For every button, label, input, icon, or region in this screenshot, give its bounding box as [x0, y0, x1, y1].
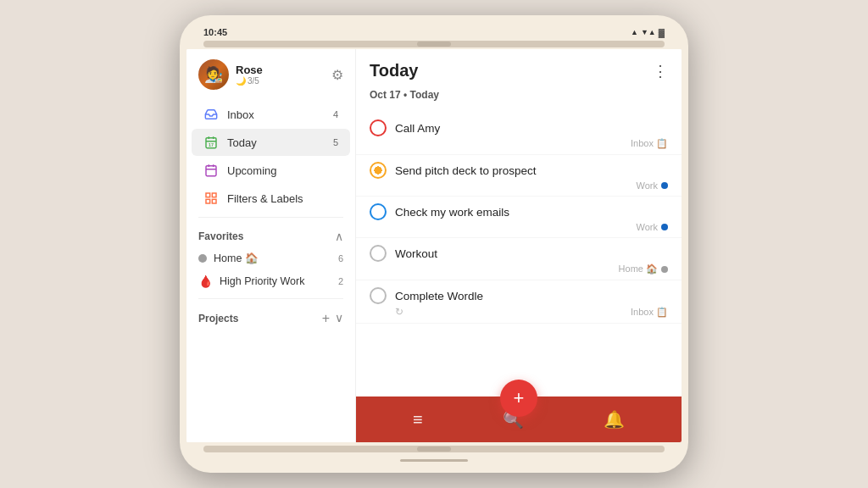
- battery-icon: ▓: [659, 28, 665, 37]
- inbox-badge: 4: [333, 109, 338, 119]
- inbox-label: Inbox: [227, 108, 325, 121]
- sidebar-item-filters[interactable]: Filters & Labels: [192, 185, 350, 212]
- task-item-wordle[interactable]: Complete Wordle ↻ Inbox 📋: [356, 280, 682, 324]
- user-karma: 🌙 3/5: [236, 76, 263, 86]
- home-label: Home 🏠: [214, 252, 331, 264]
- task-main: Send pitch deck to prospect: [370, 162, 668, 179]
- today-badge: 5: [333, 137, 338, 147]
- clock: 10:45: [203, 27, 227, 37]
- svg-rect-11: [212, 199, 216, 203]
- phone-device: 10:45 ▲ ▼▲ ▓ 🧑‍🎨 Rose 🌙 3/5: [180, 15, 688, 473]
- task-meta: Work: [370, 220, 668, 232]
- svg-rect-5: [206, 166, 216, 176]
- bell-icon[interactable]: 🔔: [604, 409, 625, 430]
- favorites-header: Favorites ∧: [186, 223, 355, 247]
- page-title: Today: [370, 61, 418, 80]
- task-circle-yellow[interactable]: [370, 162, 387, 179]
- favorites-title: Favorites: [198, 230, 243, 242]
- bottom-bar: ≡ + 🔍 🔔: [356, 396, 682, 442]
- task-item-pitch-deck[interactable]: Send pitch deck to prospect Work: [356, 155, 682, 197]
- task-tag-work1: Work: [637, 180, 658, 191]
- fav-divider: [198, 298, 343, 299]
- svg-rect-12: [206, 199, 210, 203]
- main-screen: 🧑‍🎨 Rose 🌙 3/5 ⚙: [186, 49, 682, 442]
- priority-icon: 🩸: [198, 274, 213, 288]
- plus-icon: +: [514, 387, 525, 409]
- task-main: Check my work emails: [370, 203, 668, 220]
- upcoming-label: Upcoming: [227, 164, 338, 177]
- high-priority-badge: 2: [338, 276, 343, 286]
- inbox-icon: [203, 107, 219, 122]
- right-header: Today ⋮: [356, 49, 682, 86]
- upcoming-icon: [203, 163, 219, 178]
- favorite-item-home[interactable]: Home 🏠 6: [186, 247, 355, 269]
- home-dot: [198, 254, 207, 263]
- settings-icon[interactable]: ⚙: [331, 67, 343, 83]
- svg-rect-9: [206, 193, 210, 197]
- sidebar-item-inbox[interactable]: Inbox 4: [192, 101, 350, 128]
- avatar[interactable]: 🧑‍🎨: [198, 59, 229, 90]
- sidebar-item-today[interactable]: 17 Today 5: [192, 129, 350, 156]
- hinge-bottom: [203, 446, 665, 452]
- projects-header: Projects + ∨: [186, 304, 355, 330]
- user-header: 🧑‍🎨 Rose 🌙 3/5 ⚙: [186, 49, 355, 97]
- status-icons: ▲ ▼▲ ▓: [631, 28, 665, 37]
- user-info: 🧑‍🎨 Rose 🌙 3/5: [198, 59, 263, 90]
- moon-icon: 🌙: [236, 76, 246, 86]
- menu-icon[interactable]: ≡: [413, 410, 423, 430]
- task-text-pitch: Send pitch deck to prospect: [395, 164, 537, 177]
- nav-section: Inbox 4 17 Today 5: [186, 97, 355, 442]
- task-circle-red[interactable]: [370, 119, 387, 136]
- task-item-call-amy[interactable]: Call Amy Inbox 📋: [356, 113, 682, 155]
- today-icon: 17: [203, 135, 219, 150]
- filter-icon: [203, 191, 219, 206]
- home-dot2: [661, 266, 668, 273]
- task-list: Call Amy Inbox 📋 Send pitch deck to pros…: [356, 109, 682, 396]
- task-tag-home: Home 🏠: [619, 263, 658, 274]
- task-text-emails: Check my work emails: [395, 206, 509, 219]
- svg-rect-10: [212, 193, 216, 197]
- task-meta: Work: [370, 179, 668, 191]
- task-item-workout[interactable]: Workout Home 🏠: [356, 238, 682, 280]
- add-project-icon[interactable]: +: [322, 311, 330, 326]
- user-name: Rose: [236, 64, 263, 76]
- home-indicator: [186, 454, 682, 466]
- left-panel: 🧑‍🎨 Rose 🌙 3/5 ⚙: [186, 49, 356, 442]
- task-sub-meta: ↻ Inbox 📋: [370, 304, 668, 318]
- date-label: Oct 17 • Today: [356, 86, 682, 109]
- work-dot2: [661, 224, 668, 230]
- projects-actions: + ∨: [322, 311, 343, 326]
- task-main: Complete Wordle: [370, 287, 668, 304]
- task-tag-inbox2: Inbox 📋: [631, 307, 668, 318]
- task-circle-gray2[interactable]: [370, 287, 387, 304]
- task-meta: Inbox 📋: [370, 136, 668, 149]
- chevron-down-icon[interactable]: ∨: [335, 311, 343, 326]
- home-badge: 6: [338, 253, 343, 263]
- task-circle-blue[interactable]: [370, 203, 387, 220]
- status-bar: 10:45 ▲ ▼▲ ▓: [186, 22, 682, 41]
- task-meta: Home 🏠: [370, 262, 668, 274]
- nav-divider: [198, 217, 343, 218]
- task-circle-gray[interactable]: [370, 245, 387, 262]
- high-priority-label: High Priority Work: [220, 275, 331, 287]
- task-main: Workout: [370, 245, 668, 262]
- fab-add-button[interactable]: +: [500, 380, 537, 417]
- hinge-top: [203, 41, 665, 47]
- task-tag-work2: Work: [637, 222, 658, 232]
- svg-text:17: 17: [209, 142, 214, 147]
- signal-icon: ▲: [631, 28, 638, 36]
- chevron-up-icon[interactable]: ∧: [335, 230, 343, 243]
- task-text-workout: Workout: [395, 247, 437, 260]
- task-item-emails[interactable]: Check my work emails Work: [356, 197, 682, 238]
- task-text-call-amy: Call Amy: [395, 122, 440, 135]
- favorite-item-high-priority[interactable]: 🩸 High Priority Work 2: [186, 269, 355, 293]
- filters-label: Filters & Labels: [227, 192, 338, 205]
- favorites-actions: ∧: [335, 230, 343, 243]
- task-tag-inbox: Inbox 📋: [631, 138, 668, 149]
- more-options-icon[interactable]: ⋮: [653, 62, 668, 80]
- sidebar-item-upcoming[interactable]: Upcoming: [192, 157, 350, 184]
- task-main: Call Amy: [370, 119, 668, 136]
- repeat-icon: ↻: [395, 306, 403, 318]
- user-name-block: Rose 🌙 3/5: [236, 64, 263, 86]
- work-dot: [661, 182, 668, 189]
